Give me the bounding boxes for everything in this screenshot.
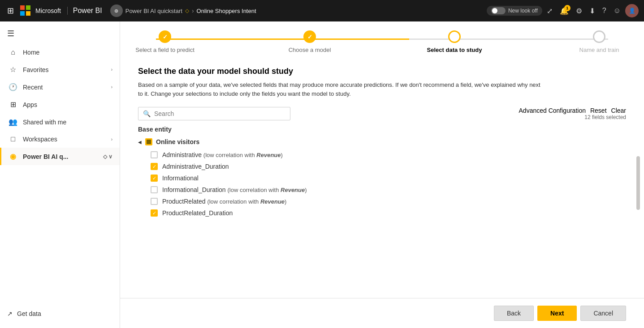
advanced-configuration-link[interactable]: Advanced Configuration [519, 107, 586, 114]
step-3-label: Select data to study [427, 47, 482, 53]
search-box[interactable]: 🔍 [138, 107, 290, 120]
sidebar-item-apps[interactable]: ⊞ Apps [0, 96, 120, 113]
new-look-toggle[interactable]: New look off [487, 6, 542, 16]
breadcrumb-current-page: Online Shoppers Intent [197, 8, 256, 14]
app-layout: ☰ ⌂ Home ☆ Favorites › 🕐 Recent › ⊞ Apps… [0, 0, 644, 328]
main-content: ✓ Select a field to predict ✓ Choose a m… [120, 21, 644, 328]
notifications-icon[interactable]: 🔔 1 [557, 4, 571, 18]
notification-badge: 1 [564, 5, 571, 11]
feedback-icon[interactable]: ☺ [611, 4, 623, 17]
sidebar-item-workspaces[interactable]: □ Workspaces › [0, 131, 120, 148]
field-informational-duration-label: Informational_Duration (low correlation … [162, 186, 307, 193]
favorites-chevron-icon: › [111, 67, 112, 72]
scrollbar-track[interactable] [636, 147, 640, 271]
entity-header[interactable]: ◀ Online visitors [138, 138, 626, 145]
toggle-label: New look off [508, 8, 538, 14]
home-icon: ⌂ [9, 48, 17, 56]
search-input[interactable] [154, 110, 285, 117]
field-informational-duration-checkbox[interactable] [151, 186, 158, 193]
ms-logo-grid [20, 5, 31, 16]
field-informational-label: Informational [162, 175, 199, 182]
get-data-icon: ↗ [7, 310, 13, 317]
sidebar-bottom: ↗ Get data [0, 299, 120, 328]
scrollbar-thumb[interactable] [636, 156, 640, 210]
next-button[interactable]: Next [537, 306, 577, 321]
ms-logo-green [26, 5, 30, 10]
reset-link[interactable]: Reset [590, 107, 607, 114]
sidebar-item-recent[interactable]: 🕐 Recent › [0, 78, 120, 96]
entity-name: Online visitors [156, 138, 199, 145]
field-administrative-duration-checkbox[interactable]: ✓ [151, 163, 158, 170]
field-informational-duration: Informational_Duration (low correlation … [138, 184, 626, 196]
workspaces-chevron-icon: › [111, 137, 112, 142]
sidebar-item-powerbi-workspace[interactable]: ◉ Power BI AI q... ◇ ∨ [0, 148, 120, 165]
field-administrative-duration-label: Administrative_Duration [162, 163, 229, 170]
sidebar-item-favorites[interactable]: ☆ Favorites › [0, 61, 120, 78]
powerbi-workspace-icon: ◉ [9, 152, 17, 161]
workspaces-icon: □ [9, 135, 17, 143]
field-product-related-duration-checkbox[interactable]: ✓ [151, 209, 158, 217]
field-product-related: ProductRelated (low correlation with Rev… [138, 196, 626, 207]
microsoft-label: Microsoft [35, 7, 61, 14]
expand-icon[interactable]: ⤢ [544, 4, 555, 18]
search-icon: 🔍 [143, 110, 151, 117]
sidebar-item-shared[interactable]: 👥 Shared with me [0, 113, 120, 131]
workspace-avatar[interactable]: ⊛ [110, 4, 123, 17]
footer-buttons: Back Next Cancel [120, 298, 644, 328]
advanced-controls: Advanced Configuration Reset Clear 12 fi… [519, 107, 626, 120]
form-area: Select the data your model should study … [120, 58, 644, 298]
field-product-related-note: (low correlation with Revenue) [207, 198, 286, 205]
cancel-button[interactable]: Cancel [580, 306, 626, 321]
clear-link[interactable]: Clear [611, 107, 626, 114]
shared-icon: 👥 [9, 118, 17, 126]
step-4-name-train: Name and train [572, 30, 626, 53]
topnav-right-actions: New look off ⤢ 🔔 1 ⚙ ⬇ ? ☺ 👤 [487, 4, 639, 18]
field-administrative-checkbox[interactable] [151, 151, 158, 158]
search-row: 🔍 Advanced Configuration Reset Clear 12 … [138, 107, 626, 120]
field-informational-checkbox[interactable]: ✓ [151, 175, 158, 182]
step-4-label: Name and train [579, 47, 619, 53]
top-navigation: ⊞ Microsoft Power BI ⊛ Power BI AI quick… [0, 0, 644, 21]
step-3-circle [448, 30, 461, 43]
apps-grid-icon[interactable]: ⊞ [5, 4, 16, 17]
ms-logo-yellow [26, 11, 30, 16]
field-product-related-label: ProductRelated (low correlation with Rev… [162, 198, 286, 205]
apps-icon: ⊞ [9, 100, 17, 109]
hamburger-menu-icon[interactable]: ☰ [0, 25, 120, 42]
base-entity-label: Base entity [138, 126, 626, 133]
step-2-circle: ✓ [303, 30, 316, 43]
form-description: Based on a sample of your data, we've se… [138, 81, 541, 98]
ms-logo-red [20, 5, 25, 10]
field-product-related-checkbox[interactable] [151, 198, 158, 205]
settings-icon[interactable]: ⚙ [573, 4, 585, 18]
step-1-select-field: ✓ Select a field to predict [138, 30, 192, 53]
recent-icon: 🕐 [9, 83, 17, 91]
microsoft-logo: Microsoft [20, 5, 61, 16]
form-title: Select the data your model should study [138, 67, 626, 76]
field-product-related-duration: ✓ ProductRelated_Duration [138, 207, 626, 219]
ms-logo-blue [20, 11, 25, 16]
step-1-label: Select a field to predict [135, 47, 194, 53]
help-icon[interactable]: ? [600, 4, 609, 17]
entity-collapse-icon: ◀ [138, 140, 142, 145]
field-administrative-note: (low correlation with Revenue) [203, 152, 283, 158]
sidebar-item-home[interactable]: ⌂ Home [0, 44, 120, 61]
step-2-label: Choose a model [289, 47, 331, 53]
fields-selected-count: 12 fields selected [584, 114, 626, 120]
base-entity-section: Base entity ◀ Online visitors Administra… [138, 126, 626, 219]
field-informational: ✓ Informational [138, 172, 626, 184]
back-button[interactable]: Back [494, 306, 534, 321]
step-3-select-data: Select data to study [428, 30, 481, 53]
powerbi-chevron-icon: ◇ ∨ [103, 153, 112, 160]
step-4-circle [593, 30, 605, 43]
breadcrumb: ⊛ Power BI AI quickstart ◇ › Online Shop… [110, 4, 482, 17]
favorites-icon: ☆ [9, 65, 17, 74]
field-administrative: Administrative (low correlation with Rev… [138, 149, 626, 161]
user-avatar[interactable]: 👤 [625, 4, 639, 17]
field-informational-duration-note: (low correlation with Revenue) [228, 187, 307, 193]
breadcrumb-workspace[interactable]: Power BI AI quickstart [125, 8, 182, 14]
get-data-button[interactable]: ↗ Get data [7, 307, 112, 321]
field-product-related-duration-label: ProductRelated_Duration [162, 209, 233, 217]
download-icon[interactable]: ⬇ [587, 4, 598, 18]
step-1-circle: ✓ [159, 30, 171, 43]
